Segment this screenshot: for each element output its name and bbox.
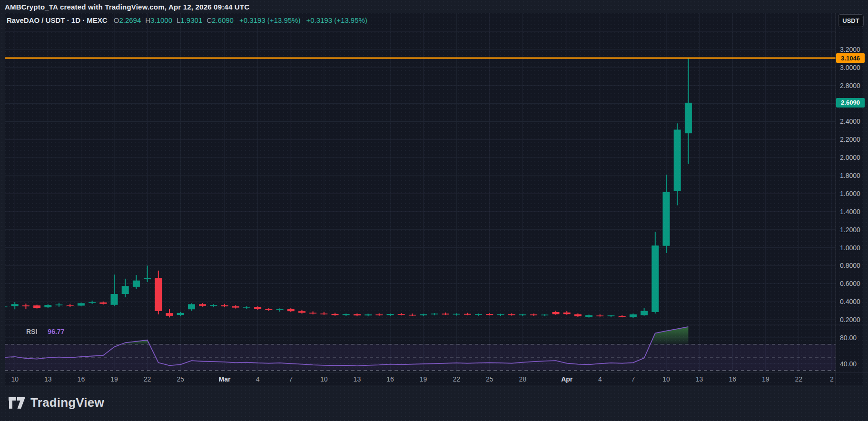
time-tick: 16 [729,375,736,383]
time-tick: 13 [354,375,361,383]
symbol-title: RaveDAO / USDT · 1D · MEXC [7,16,108,24]
price-tick: 3.0000 [840,64,860,71]
ohlc-low: L1.9301 [177,16,202,24]
price-tick: 0.6000 [840,280,860,287]
rsi-tick: 40.00 [840,360,857,368]
rsi-indicator-label: RSI [26,328,37,335]
price-tick: 1.2000 [840,226,860,234]
time-tick-month: Mar [219,375,231,383]
time-tick: 22 [144,375,151,383]
price-tick: 1.4000 [840,208,860,215]
ohlc-close: C2.6090 [207,16,234,24]
resistance-price-label: 3.1046 [836,53,865,63]
time-tick: 28 [519,375,527,383]
time-tick: 19 [110,375,118,383]
rsi-indicator-value: 96.77 [48,328,64,335]
time-tick: 7 [631,375,635,383]
time-tick: 4 [256,375,260,383]
time-tick: 25 [177,375,184,383]
time-tick: 16 [386,375,394,383]
ohlc-open: O2.2694 [114,16,141,24]
change-value-secondary: +0.3193 (+13.95%) [306,16,367,24]
rsi-legend: RSI 96.77 [26,328,64,335]
time-tick: 25 [486,375,493,383]
tradingview-chart-screenshot: { "header": { "attribution": "AMBCrypto_… [0,0,868,421]
price-tick: 1.6000 [840,190,860,197]
time-tick: 2 [830,375,834,383]
time-tick: 13 [44,375,52,383]
time-tick: 10 [11,375,19,383]
time-tick: 22 [453,375,460,383]
price-tick: 2.8000 [840,82,860,89]
price-tick: 0.8000 [840,262,860,269]
symbol-legend: RaveDAO / USDT · 1D · MEXC O2.2694 H3.10… [7,16,367,24]
price-tick: 2.2000 [840,136,860,143]
change-value: +0.3193 (+13.95%) [239,16,300,24]
ohlc-high: H3.1000 [145,16,172,24]
tradingview-logo-icon [9,397,26,409]
time-tick: 19 [762,375,769,383]
price-tick: 3.2000 [840,46,860,53]
price-tick: 2.0000 [840,154,860,161]
time-tick: 10 [320,375,328,383]
time-tick: 19 [420,375,427,383]
price-tick: 1.8000 [840,172,860,179]
time-tick: 4 [598,375,602,383]
time-tick: 7 [289,375,293,383]
price-tick: 1.0000 [840,244,860,252]
attribution-text: AMBCrypto_TA created with TradingView.co… [5,3,249,11]
price-tick: 0.2000 [840,316,860,323]
last-price-label: 2.6090 [836,98,865,108]
time-tick: 16 [78,375,85,383]
time-axis[interactable] [5,372,868,385]
time-tick: 13 [696,375,703,383]
price-tick: 2.4000 [840,117,860,125]
brand-wordmark: TradingView [30,395,104,410]
time-tick-month: Apr [561,375,572,383]
chart-pane[interactable] [0,0,868,421]
price-tick: 0.4000 [840,298,860,305]
rsi-tick: 80.00 [840,334,857,342]
time-tick: 22 [795,375,803,383]
time-tick: 10 [662,375,670,383]
currency-toggle-button[interactable]: USDT [838,14,864,27]
footer-brand: TradingView [9,395,104,410]
